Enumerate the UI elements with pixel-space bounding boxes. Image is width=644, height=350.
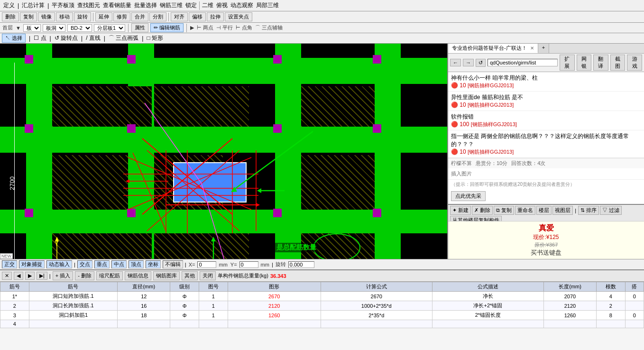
tab-close[interactable]: ✕ — [530, 46, 534, 51]
btn-rotate[interactable]: 旋转 — [74, 12, 91, 21]
btn-select[interactable]: ↖ 选择 — [2, 34, 26, 43]
three-point[interactable]: ⌒ 三点辅轴 — [255, 24, 283, 31]
ad-panel[interactable]: 真爱 现价:¥125 原价:¥367 买书送键盘 — [448, 221, 644, 259]
menu-local3d[interactable]: 局部三维 — [256, 1, 279, 9]
tbl-btn-next[interactable]: ▶ — [25, 272, 35, 280]
game-btn[interactable]: 游戏 — [627, 55, 642, 71]
draw-rect[interactable]: □ 矩形 — [147, 34, 163, 42]
tbl-btn-close-x[interactable]: ✕ — [2, 272, 12, 280]
expand-btn[interactable]: 扩展 — [560, 55, 575, 71]
tbl-btn-info[interactable]: 钢筋信息 — [125, 271, 151, 280]
rebar-row-4[interactable]: 4 — [0, 320, 644, 328]
status-intersect[interactable]: 交点 — [77, 260, 92, 268]
back-btn[interactable]: ← — [450, 59, 461, 66]
status-mid[interactable]: 中点 — [111, 260, 127, 268]
url-input[interactable] — [488, 59, 558, 66]
ggj-delete[interactable]: ✗ 删除 — [472, 206, 493, 215]
ggj-view[interactable]: 视图层 — [552, 206, 573, 215]
layer-select[interactable]: 分层板1 — [94, 24, 125, 32]
menu-rebar[interactable]: 查看钢筋量 — [103, 1, 131, 9]
btn-delete[interactable]: 删除 — [2, 12, 19, 21]
btn-property[interactable]: 属性 — [131, 23, 148, 32]
btn-edit-rebar[interactable]: ✏ 编辑钢筋 — [150, 23, 184, 32]
y-input[interactable] — [239, 261, 258, 268]
rebar-row-2[interactable]: 2 洞口长跨加强筋.1 16 Φ 1 2120 1000+2*35*d 净长+2… — [0, 301, 644, 311]
draw-arc[interactable]: ⌒ 三点画弧 — [109, 34, 138, 42]
tbl-btn-insert[interactable]: + 插入 — [53, 271, 73, 280]
menu-view[interactable]: 俯视 — [216, 1, 228, 9]
x-input[interactable] — [197, 261, 216, 268]
status-noedit[interactable]: 不编辑 — [163, 260, 183, 268]
status-ortho[interactable]: 正交 — [2, 260, 17, 268]
refresh-btn[interactable]: ↺ — [476, 59, 486, 67]
menu-3d[interactable]: 钢筋三维 — [160, 1, 183, 9]
menu-find[interactable]: 查找图元 — [77, 1, 100, 9]
tbl-btn-delete[interactable]: - 删除 — [75, 271, 94, 280]
status-perp[interactable]: 垂点 — [94, 260, 110, 268]
purple-sq-10 — [127, 209, 136, 217]
tab-new[interactable]: + — [538, 44, 549, 53]
btn-mirror[interactable]: 镜像 — [38, 12, 55, 21]
btn-move[interactable]: 移动 — [56, 12, 73, 21]
ggj-copy-floor[interactable]: 从其他楼层复制构件 — [450, 216, 502, 221]
cad-canvas[interactable]: 2700 2000 — [0, 44, 447, 259]
tbl-btn-last[interactable]: ▶| — [37, 272, 47, 280]
draw-line[interactable]: / 直线 — [86, 34, 101, 42]
parallel[interactable]: ⊣ 平行 — [216, 24, 233, 31]
ggj-new[interactable]: ✦ 新建 — [450, 206, 471, 215]
qa-item-3[interactable]: 软件报错 🔴 100 [钢筋抽样GGJ2013] — [448, 111, 644, 130]
ggj-rename[interactable]: 重命名 — [515, 206, 535, 215]
status-top[interactable]: 顶点 — [129, 260, 144, 268]
cell-id: 2 — [0, 301, 29, 311]
menu-define[interactable]: 定义 — [3, 1, 15, 9]
tbl-btn-scale[interactable]: 缩尺配筋 — [96, 271, 123, 280]
ggj-floor[interactable]: 楼层 — [536, 206, 552, 215]
board-select[interactable]: 板 — [23, 24, 41, 32]
status-coord[interactable]: 坐标 — [146, 260, 161, 268]
tbl-btn-other[interactable]: 其他 — [182, 271, 198, 280]
bd-select[interactable]: BD-2 — [67, 24, 92, 32]
ggj-filter[interactable]: ▽ 过滤 — [600, 206, 622, 215]
btn-extend[interactable]: 延伸 — [95, 12, 112, 21]
menu-2d[interactable]: 二维 — [202, 1, 213, 9]
draw-rotate-point[interactable]: ↺ 旋转点 — [55, 34, 78, 42]
tbl-btn-lib[interactable]: 钢筋图库 — [153, 271, 180, 280]
tbl-btn-close[interactable]: 关闭 — [200, 271, 216, 280]
draw-point[interactable]: ☐ 点 — [34, 34, 46, 42]
qa-tag-3: [钢筋抽样GGJ2013] — [471, 121, 517, 127]
btn-setpoint[interactable]: 设置夹点 — [225, 12, 252, 21]
btn-trim[interactable]: 修剪 — [113, 12, 130, 21]
tab-qa[interactable]: 专业造价问题答疑平台-广联达！ ✕ — [448, 44, 538, 53]
menu-lock[interactable]: 锁定 — [185, 1, 197, 9]
translate-btn[interactable]: 翻译 — [593, 55, 608, 71]
btn-offset[interactable]: 偏移 — [189, 12, 206, 21]
rebar-row-1[interactable]: 1* 洞口短跨加强筋.1 12 Φ 1 2670 2670 净长 2070 4 … — [0, 292, 644, 301]
btn-merge[interactable]: 合并 — [131, 12, 148, 21]
bank-btn[interactable]: 网银 — [577, 55, 592, 71]
ggj-sort[interactable]: ⇅ 排序 — [578, 206, 599, 215]
two-point[interactable]: ⊢ 两点 — [197, 24, 213, 31]
ggj-copy[interactable]: ⧉ 复制 — [494, 206, 514, 215]
btn-stretch[interactable]: 拉伸 — [207, 12, 224, 21]
qa-item-2[interactable]: 异性里面de 箍筋和拉筋 是不 🔴 10 [钢筋抽样GGJ2013] — [448, 92, 644, 111]
status-dynamic[interactable]: 动态输入 — [46, 260, 72, 268]
btn-split[interactable]: 分割 — [149, 12, 166, 21]
menu-calc[interactable]: 汇总计算 — [22, 1, 45, 9]
qa-item-4[interactable]: 指一侧还是 两侧全部的钢筋信息啊？？？这样定义的钢筋长度等度通常的？？？ 🔴 1… — [448, 130, 644, 158]
menu-align[interactable]: 平齐板顶 — [52, 1, 74, 9]
forward-btn[interactable]: → — [463, 59, 474, 66]
rebar-row-3[interactable]: 3 洞口斜加筋1 18 Φ 1 1260 2*35*d 2*锚固长度 1260 … — [0, 311, 644, 320]
status-snap[interactable]: 对象捕捉 — [19, 260, 45, 268]
cave-select[interactable]: 板洞 — [43, 24, 65, 32]
btn-copy[interactable]: 复制 — [20, 12, 37, 21]
rotate-input[interactable] — [288, 261, 314, 268]
tbl-btn-prev[interactable]: ◀ — [14, 272, 23, 280]
qa-item-1[interactable]: 神有什么小一样 咱半常用的梁、柱 🔴 10 [钢筋抽样GGJ2013] — [448, 72, 644, 92]
priority-answer-btn[interactable]: 点此优先采 — [451, 191, 486, 201]
menu-dynamic[interactable]: 动态观察 — [230, 1, 253, 9]
screenshot-btn[interactable]: 截图 — [610, 55, 626, 71]
menu-batch[interactable]: 批量选择 — [134, 1, 157, 9]
table-scroll[interactable]: 筋号 筋号 直径(mm) 级别 图号 图形 计算公式 公式描述 长度(mm) 根… — [0, 282, 644, 328]
btn-align[interactable]: 对齐 — [171, 12, 188, 21]
point-angle[interactable]: ⊢ 点角 — [236, 24, 252, 31]
